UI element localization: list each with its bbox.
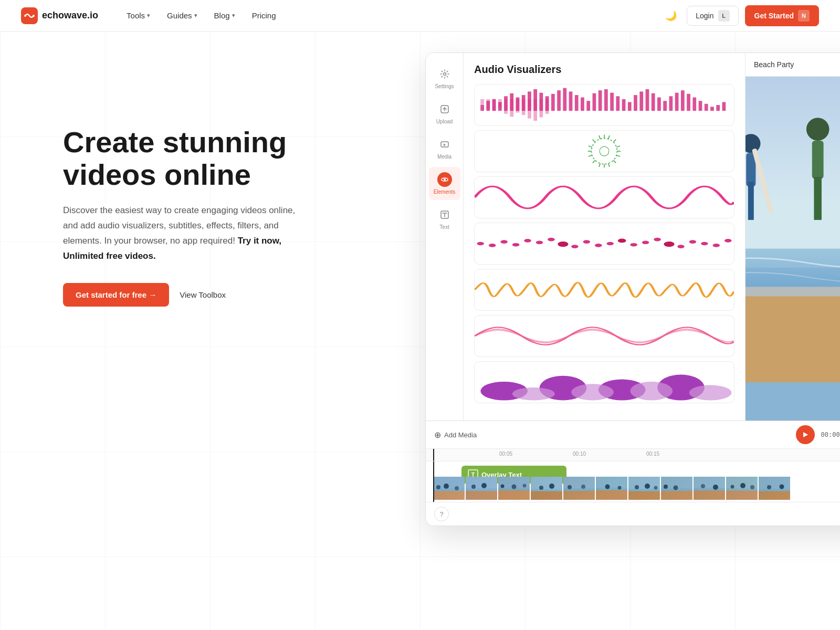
video-frame[interactable] <box>563 477 595 500</box>
svg-point-127 <box>436 485 440 489</box>
timecode-display: 00:00:00:00 <box>821 431 840 438</box>
svg-rect-38 <box>657 98 661 111</box>
video-frame[interactable] <box>596 477 627 500</box>
svg-point-97 <box>677 245 684 248</box>
svg-point-165 <box>664 485 668 489</box>
svg-rect-26 <box>586 101 590 111</box>
svg-rect-57 <box>522 99 526 115</box>
preview-title: Beach Party <box>746 53 840 77</box>
svg-point-155 <box>618 486 622 490</box>
svg-rect-39 <box>663 101 667 111</box>
video-frame[interactable] <box>661 477 692 500</box>
visualizer-bars[interactable] <box>474 84 734 126</box>
view-toolbox-link[interactable]: View Toolbox <box>180 290 226 299</box>
video-frame[interactable] <box>466 477 497 500</box>
help-button[interactable]: ? <box>434 507 449 521</box>
svg-point-80 <box>477 242 484 246</box>
video-frame[interactable] <box>694 477 725 500</box>
svg-rect-147 <box>563 490 595 500</box>
svg-line-69 <box>613 160 616 163</box>
app-main-panel: Audio Visualizers <box>464 53 745 421</box>
visualizer-sine[interactable] <box>474 176 734 218</box>
svg-point-84 <box>524 239 531 243</box>
panel-title: Audio Visualizers <box>474 64 734 76</box>
svg-point-2 <box>33 15 35 17</box>
plus-circle-icon: ⊕ <box>434 430 441 440</box>
svg-rect-174 <box>726 488 758 491</box>
nav-right: 🌙 Login L Get Started N <box>662 5 819 26</box>
svg-point-6 <box>444 178 446 181</box>
video-frame[interactable] <box>531 477 562 500</box>
svg-rect-33 <box>628 102 632 111</box>
frame-thumbnail <box>531 477 562 500</box>
login-label: Login <box>696 12 713 20</box>
nav-blog[interactable]: Blog ▾ <box>207 8 243 23</box>
svg-point-138 <box>501 485 505 488</box>
visualizer-gold[interactable] <box>474 269 734 311</box>
sidebar-item-media[interactable]: Media <box>429 132 460 165</box>
video-frame[interactable] <box>759 477 790 500</box>
svg-rect-37 <box>652 93 655 111</box>
svg-rect-120 <box>814 177 822 220</box>
timeline-controls: ⊕ Add Media 00:00:00:00 <box>426 421 840 449</box>
logo-text: echowave.io <box>42 10 98 21</box>
visualizer-circle[interactable] <box>474 130 734 172</box>
svg-point-166 <box>674 486 678 490</box>
svg-point-95 <box>654 238 660 242</box>
play-button[interactable] <box>796 425 815 444</box>
svg-rect-47 <box>710 107 714 111</box>
beach-scene <box>746 77 840 421</box>
svg-rect-111 <box>746 287 840 382</box>
sidebar-item-elements[interactable]: Elements <box>429 167 460 200</box>
sidebar-item-text[interactable]: Text <box>429 202 460 235</box>
video-frame[interactable] <box>726 477 758 500</box>
text-label: Text <box>439 224 449 230</box>
svg-rect-25 <box>581 98 584 111</box>
svg-rect-61 <box>545 99 549 114</box>
svg-line-70 <box>593 160 595 163</box>
svg-point-134 <box>481 483 487 488</box>
nav-guides[interactable]: Guides ▾ <box>160 8 205 23</box>
svg-rect-58 <box>528 99 531 119</box>
svg-rect-24 <box>575 95 579 111</box>
svg-rect-143 <box>531 489 562 491</box>
svg-point-91 <box>606 242 613 246</box>
visualizer-ribbon[interactable] <box>474 315 734 357</box>
svg-rect-124 <box>433 477 465 500</box>
ruler-tick-5: 00:05 <box>499 451 512 457</box>
svg-rect-137 <box>498 488 530 491</box>
svg-line-68 <box>593 140 595 142</box>
hero-left: Create stunning videos online Discover t… <box>63 94 378 307</box>
nav-tools[interactable]: Tools ▾ <box>119 8 158 23</box>
video-frame[interactable] <box>433 477 465 500</box>
video-frame[interactable] <box>498 477 530 500</box>
svg-rect-35 <box>639 91 643 111</box>
visualizer-bumps[interactable] <box>474 361 734 403</box>
dark-mode-toggle[interactable]: 🌙 <box>662 6 680 25</box>
visualizer-dots[interactable] <box>474 223 734 265</box>
svg-rect-168 <box>694 490 725 500</box>
timeline-playhead[interactable] <box>433 461 434 502</box>
video-frame[interactable] <box>628 477 660 500</box>
add-media-button[interactable]: ⊕ Add Media <box>434 430 477 440</box>
svg-rect-23 <box>569 91 573 111</box>
svg-rect-167 <box>694 477 725 500</box>
svg-rect-40 <box>669 96 673 111</box>
logo[interactable]: echowave.io <box>21 7 98 24</box>
svg-rect-116 <box>748 182 754 220</box>
svg-rect-142 <box>531 491 562 500</box>
svg-rect-22 <box>563 88 566 111</box>
svg-rect-164 <box>661 488 692 491</box>
sidebar-item-settings[interactable]: Settings <box>429 61 460 94</box>
visualizer-grid <box>474 84 734 403</box>
nav-links: Tools ▾ Guides ▾ Blog ▾ Pricing <box>119 8 662 23</box>
svg-point-87 <box>558 242 568 247</box>
svg-rect-41 <box>675 93 679 111</box>
login-button[interactable]: Login L <box>687 6 738 26</box>
svg-point-62 <box>591 138 617 164</box>
sidebar-item-upload[interactable]: Upload <box>429 97 460 130</box>
svg-line-76 <box>599 135 600 139</box>
nav-pricing[interactable]: Pricing <box>245 8 284 23</box>
get-started-hero-button[interactable]: Get started for free → <box>63 283 169 307</box>
get-started-nav-button[interactable]: Get Started N <box>745 5 819 26</box>
